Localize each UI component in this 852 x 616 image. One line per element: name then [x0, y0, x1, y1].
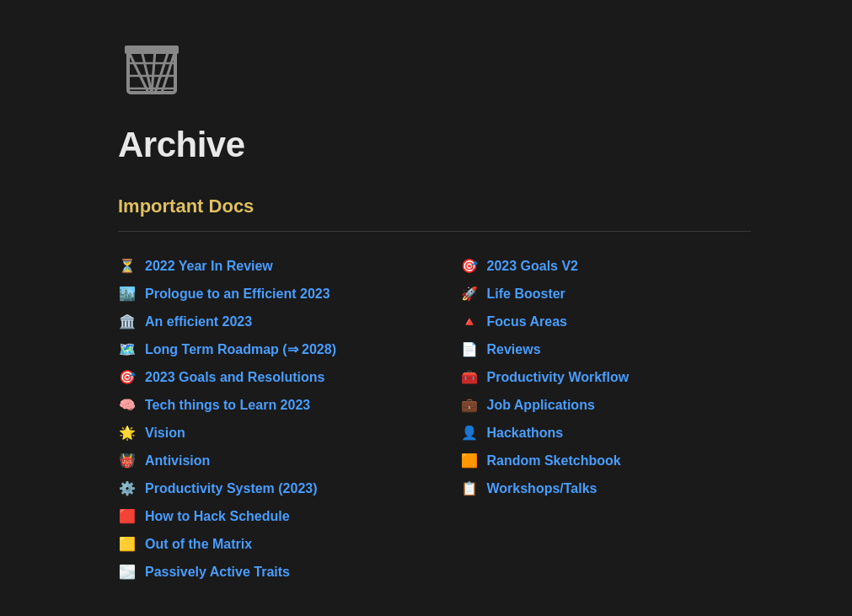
left-column: ⏳ 2022 Year In Review 🏙️ Prologue to an …: [118, 252, 410, 586]
page-container: Archive Important Docs ⏳ 2022 Year In Re…: [0, 0, 852, 616]
doc-label-2023-goals-v2: 2023 Goals V2: [487, 259, 579, 274]
doc-item-focus-areas[interactable]: 🔺 Focus Areas: [460, 308, 752, 335]
doc-icon-passively-active-traits: 🌫️: [118, 564, 137, 580]
doc-label-hackathons: Hackathons: [487, 426, 564, 441]
svg-line-5: [155, 51, 169, 93]
doc-icon-2023-goals-v2: 🎯: [460, 258, 479, 274]
doc-icon-tech-things-learn-2023: 🧠: [118, 397, 137, 413]
doc-item-2023-goals-resolutions[interactable]: 🎯 2023 Goals and Resolutions: [118, 363, 410, 391]
doc-item-reviews[interactable]: 📄 Reviews: [460, 335, 752, 363]
doc-icon-out-of-matrix: 🟨: [118, 536, 137, 552]
svg-line-2: [128, 51, 148, 93]
doc-label-antivision: Antivision: [145, 453, 210, 469]
doc-label-life-booster: Life Booster: [487, 287, 565, 302]
svg-line-6: [162, 51, 175, 93]
doc-label-reviews: Reviews: [487, 342, 541, 357]
doc-label-job-applications: Job Applications: [487, 398, 595, 413]
doc-label-tech-things-learn-2023: Tech things to Learn 2023: [145, 398, 310, 413]
svg-line-4: [152, 51, 155, 93]
doc-item-hackathons[interactable]: 👤 Hackathons: [460, 419, 752, 447]
doc-icon-productivity-workflow: 🧰: [460, 369, 479, 385]
doc-icon-life-booster: 🚀: [460, 286, 479, 302]
doc-item-random-sketchbook[interactable]: 🟧 Random Sketchbook: [460, 447, 752, 474]
doc-label-2022-year-review: 2022 Year In Review: [145, 259, 273, 274]
doc-item-antivision[interactable]: 👹 Antivision: [118, 447, 410, 474]
doc-icon-productivity-system-2023: ⚙️: [118, 480, 137, 496]
doc-icon-job-applications: 💼: [460, 397, 479, 413]
doc-icon-hackathons: 👤: [460, 425, 479, 441]
doc-item-long-term-roadmap[interactable]: 🗺️ Long Term Roadmap (⇒ 2028): [118, 335, 410, 363]
section-divider: [118, 231, 751, 232]
doc-label-prologue-efficient-2023: Prologue to an Efficient 2023: [145, 287, 330, 302]
svg-rect-1: [125, 46, 179, 54]
doc-item-how-to-hack-schedule[interactable]: 🟥 How to Hack Schedule: [118, 502, 410, 530]
doc-icon-2023-goals-resolutions: 🎯: [118, 369, 137, 385]
doc-label-2023-goals-resolutions: 2023 Goals and Resolutions: [145, 370, 324, 385]
doc-item-passively-active-traits[interactable]: 🌫️ Passively Active Traits: [118, 558, 410, 586]
page-title: Archive: [118, 125, 751, 165]
doc-item-2023-goals-v2[interactable]: 🎯 2023 Goals V2: [460, 252, 752, 280]
doc-label-passively-active-traits: Passively Active Traits: [145, 565, 290, 580]
doc-label-long-term-roadmap: Long Term Roadmap (⇒ 2028): [145, 341, 336, 357]
doc-icon-antivision: 👹: [118, 453, 137, 469]
doc-item-job-applications[interactable]: 💼 Job Applications: [460, 391, 752, 419]
section-title: Important Docs: [118, 196, 751, 217]
doc-label-productivity-system-2023: Productivity System (2023): [145, 481, 318, 496]
doc-label-productivity-workflow: Productivity Workflow: [487, 370, 630, 385]
doc-icon-how-to-hack-schedule: 🟥: [118, 508, 137, 524]
doc-item-productivity-workflow[interactable]: 🧰 Productivity Workflow: [460, 363, 752, 391]
doc-item-workshops-talks[interactable]: 📋 Workshops/Talks: [460, 474, 752, 502]
right-column: 🎯 2023 Goals V2 🚀 Life Booster 🔺 Focus A…: [460, 252, 752, 586]
doc-label-focus-areas: Focus Areas: [487, 314, 567, 329]
doc-label-an-efficient-2023: An efficient 2023: [145, 314, 252, 329]
doc-icon-focus-areas: 🔺: [460, 313, 479, 329]
doc-icon-random-sketchbook: 🟧: [460, 453, 479, 469]
doc-icon-prologue-efficient-2023: 🏙️: [118, 286, 137, 302]
doc-label-out-of-matrix: Out of the Matrix: [145, 537, 252, 552]
doc-icon-workshops-talks: 📋: [460, 480, 479, 496]
docs-grid: ⏳ 2022 Year In Review 🏙️ Prologue to an …: [118, 252, 751, 586]
doc-icon-an-efficient-2023: 🏛️: [118, 313, 137, 329]
doc-icon-long-term-roadmap: 🗺️: [118, 341, 137, 357]
doc-item-vision[interactable]: 🌟 Vision: [118, 419, 410, 447]
doc-item-an-efficient-2023[interactable]: 🏛️ An efficient 2023: [118, 308, 410, 335]
doc-label-how-to-hack-schedule: How to Hack Schedule: [145, 509, 290, 524]
doc-label-random-sketchbook: Random Sketchbook: [487, 453, 621, 469]
doc-item-life-booster[interactable]: 🚀 Life Booster: [460, 280, 752, 308]
doc-item-prologue-efficient-2023[interactable]: 🏙️ Prologue to an Efficient 2023: [118, 280, 410, 308]
doc-item-2022-year-review[interactable]: ⏳ 2022 Year In Review: [118, 252, 410, 280]
doc-item-tech-things-learn-2023[interactable]: 🧠 Tech things to Learn 2023: [118, 391, 410, 419]
doc-icon-reviews: 📄: [460, 341, 479, 357]
doc-item-productivity-system-2023[interactable]: ⚙️ Productivity System (2023): [118, 474, 410, 502]
archive-icon: [118, 34, 185, 101]
doc-icon-2022-year-review: ⏳: [118, 258, 137, 274]
doc-label-workshops-talks: Workshops/Talks: [487, 481, 597, 496]
doc-item-out-of-matrix[interactable]: 🟨 Out of the Matrix: [118, 530, 410, 558]
doc-label-vision: Vision: [145, 426, 185, 441]
doc-icon-vision: 🌟: [118, 425, 137, 441]
